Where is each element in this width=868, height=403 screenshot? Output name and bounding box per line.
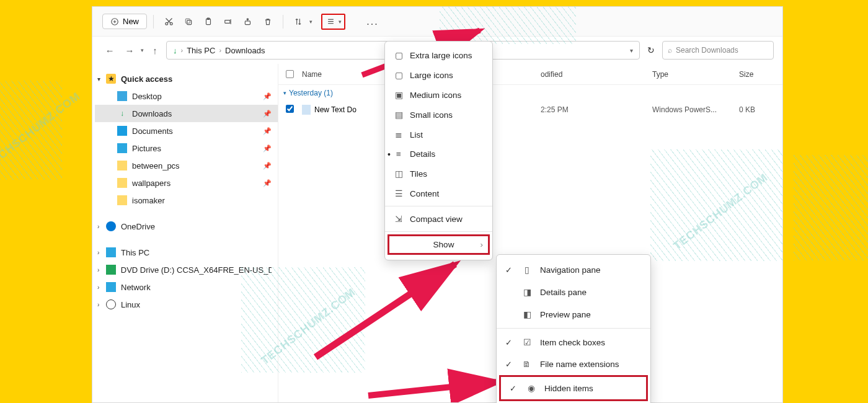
sidebar-onedrive[interactable]: ›OneDrive <box>95 218 278 235</box>
column-type[interactable]: Type <box>652 70 739 79</box>
downloads-glyph-icon: ↓ <box>173 46 177 55</box>
sidebar-item-label: DVD Drive (D:) CCSA_X64FRE_EN-US_D <box>121 265 272 275</box>
sidebar-network[interactable]: ›Network <box>95 278 278 296</box>
sidebar-item-label: This PC <box>121 248 149 257</box>
search-icon: ⌕ <box>668 46 672 55</box>
sidebar-quick-access[interactable]: ▾ ★ Quick access <box>95 70 278 87</box>
file-row[interactable]: New Text Do 2:25 PM Windows PowerS... 0 … <box>278 100 782 120</box>
view-option-content[interactable]: ☰Content <box>385 184 492 203</box>
menu-label: Medium icons <box>410 91 461 100</box>
sidebar-item-documents[interactable]: Documents📌 <box>95 122 278 140</box>
navigation-pane-icon: ▯ <box>521 265 533 275</box>
star-icon: ★ <box>106 74 116 84</box>
view-layout-icon[interactable] <box>325 16 336 27</box>
menu-label: Details <box>410 149 435 159</box>
content-icon: ☰ <box>394 188 404 198</box>
sort-icon[interactable] <box>290 13 307 30</box>
sidebar-item-pictures[interactable]: Pictures📌 <box>95 140 278 157</box>
chevron-right-icon[interactable]: › <box>97 223 99 230</box>
cloud-icon <box>106 221 116 231</box>
large-icons-icon: ▢ <box>394 70 404 80</box>
menu-label: Content <box>410 189 439 198</box>
file-extension-icon: 🗎 <box>521 360 533 369</box>
up-button[interactable]: ↑ <box>146 42 164 59</box>
show-file-extensions[interactable]: ✓🗎File name extensions <box>497 353 650 375</box>
view-button-highlight: ▾ <box>321 14 345 30</box>
breadcrumb-sep: › <box>181 46 184 54</box>
paste-icon[interactable] <box>200 13 217 30</box>
show-item-checkboxes[interactable]: ✓☑Item check boxes <box>497 331 650 353</box>
chevron-right-icon[interactable]: › <box>97 284 99 291</box>
svg-rect-3 <box>187 20 192 24</box>
sidebar-this-pc[interactable]: ›This PC <box>95 244 278 261</box>
breadcrumb-folder[interactable]: Downloads <box>225 46 265 55</box>
view-option-small[interactable]: ▤Small icons <box>385 105 492 125</box>
address-chevron-icon[interactable]: ▾ <box>630 47 633 54</box>
history-chevron-icon[interactable]: ▾ <box>141 47 144 53</box>
chevron-right-icon[interactable]: › <box>97 267 99 273</box>
sidebar-item-downloads[interactable]: ↓Downloads📌 <box>95 105 278 122</box>
pin-icon: 📌 <box>263 179 272 187</box>
search-input[interactable]: ⌕ Search Downloads <box>662 41 774 60</box>
column-size[interactable]: Size <box>739 70 782 79</box>
more-button[interactable]: ... <box>363 16 383 27</box>
show-preview-pane[interactable]: ◧Preview pane <box>497 303 650 326</box>
list-icon: ≣ <box>394 130 404 140</box>
show-navigation-pane[interactable]: ✓▯Navigation pane <box>497 259 650 281</box>
rename-icon[interactable] <box>219 13 237 30</box>
column-date[interactable]: odified <box>541 70 652 79</box>
back-button[interactable]: ← <box>101 42 118 59</box>
copy-icon[interactable] <box>180 13 197 30</box>
sidebar-item-folder[interactable]: between_pcs📌 <box>95 157 278 174</box>
sidebar-item-label: wallpapers <box>132 179 170 188</box>
view-option-tiles[interactable]: ◫Tiles <box>385 164 492 184</box>
sidebar-item-label: Pictures <box>132 144 161 153</box>
chevron-right-icon[interactable]: › <box>97 301 99 308</box>
sidebar-linux[interactable]: ›Linux <box>95 296 278 313</box>
sidebar-item-label: Linux <box>121 300 140 309</box>
refresh-button[interactable]: ↻ <box>642 42 660 59</box>
row-checkbox[interactable] <box>286 105 294 113</box>
cut-icon[interactable] <box>160 13 177 30</box>
view-option-extra-large[interactable]: ▢Extra large icons <box>385 45 492 65</box>
view-option-list[interactable]: ≣List <box>385 125 492 144</box>
check-icon: ✓ <box>505 265 514 275</box>
folder-icon <box>117 161 127 170</box>
menu-label: Extra large icons <box>410 51 472 60</box>
view-chevron-icon[interactable]: ▾ <box>339 19 342 25</box>
sort-chevron-icon[interactable]: ▾ <box>309 19 312 25</box>
share-icon[interactable] <box>239 13 257 30</box>
sidebar-item-desktop[interactable]: Desktop📌 <box>95 87 278 105</box>
chevron-down-icon: ▾ <box>283 90 286 96</box>
forward-button[interactable]: → <box>121 42 138 59</box>
sidebar-dvd[interactable]: ›DVD Drive (D:) CCSA_X64FRE_EN-US_D <box>95 261 278 278</box>
selected-dot-icon: • <box>388 149 391 159</box>
show-details-pane[interactable]: ◨Details pane <box>497 281 650 303</box>
view-option-medium[interactable]: ▣Medium icons <box>385 85 492 105</box>
view-option-details[interactable]: •≡Details <box>385 144 492 164</box>
medium-icons-icon: ▣ <box>394 90 404 100</box>
new-label: New <box>123 17 139 26</box>
chevron-down-icon[interactable]: ▾ <box>97 76 100 82</box>
check-icon: ✓ <box>505 360 514 369</box>
file-name: New Text Do <box>314 105 356 114</box>
new-button[interactable]: New <box>102 14 147 29</box>
group-header[interactable]: ▾Yesterday (1) <box>278 85 782 100</box>
show-hidden-items[interactable]: ✓◉Hidden items <box>499 375 648 401</box>
chevron-right-icon[interactable]: › <box>97 249 99 256</box>
menu-label: Item check boxes <box>540 338 605 347</box>
breadcrumb-root[interactable]: This PC <box>187 46 215 55</box>
view-option-show[interactable]: Show <box>388 234 490 255</box>
check-icon: ✓ <box>505 338 514 347</box>
delete-icon[interactable] <box>259 13 277 30</box>
sidebar-item-folder[interactable]: wallpapers📌 <box>95 174 278 192</box>
command-bar: New ▾ ▾ ... <box>92 7 782 37</box>
select-all-checkbox[interactable] <box>286 70 294 78</box>
view-option-compact[interactable]: ⇲Compact view <box>385 209 492 229</box>
check-icon: ✓ <box>510 384 518 393</box>
sidebar-item-folder[interactable]: isomaker <box>95 192 278 209</box>
quick-access-label: Quick access <box>121 74 172 84</box>
search-placeholder: Search Downloads <box>676 46 738 55</box>
view-option-large[interactable]: ▢Large icons <box>385 65 492 85</box>
sidebar-item-label: isomaker <box>132 196 165 205</box>
